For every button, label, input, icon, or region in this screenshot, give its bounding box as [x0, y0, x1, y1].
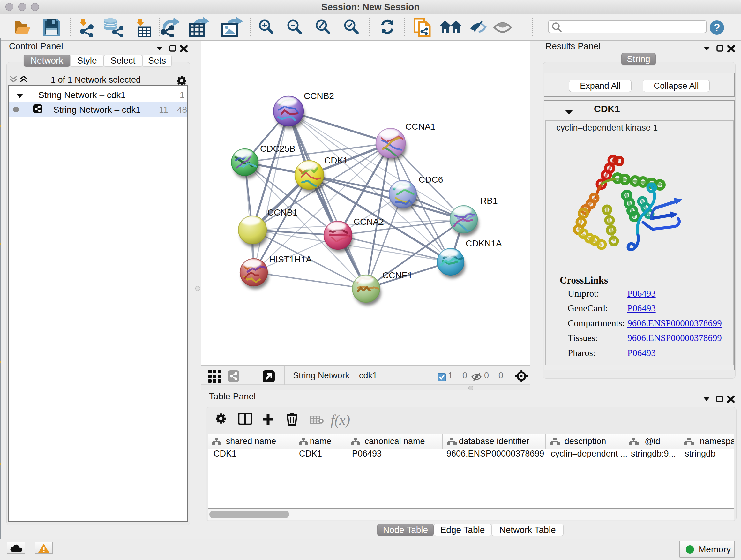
- svg-text:CCNB1: CCNB1: [267, 207, 298, 217]
- svg-text:HIST1H1A: HIST1H1A: [269, 254, 312, 264]
- svg-text:CCNE1: CCNE1: [382, 270, 413, 280]
- svg-text:CDC6: CDC6: [419, 175, 443, 185]
- svg-text:CDK1: CDK1: [324, 155, 348, 165]
- svg-text:CDC25B: CDC25B: [260, 144, 295, 153]
- svg-text:RB1: RB1: [480, 196, 497, 206]
- svg-text:CCNA2: CCNA2: [354, 217, 384, 227]
- svg-text:CCNA1: CCNA1: [405, 122, 435, 132]
- svg-text:CCNB2: CCNB2: [304, 91, 334, 101]
- svg-text:CDKN1A: CDKN1A: [466, 239, 502, 248]
